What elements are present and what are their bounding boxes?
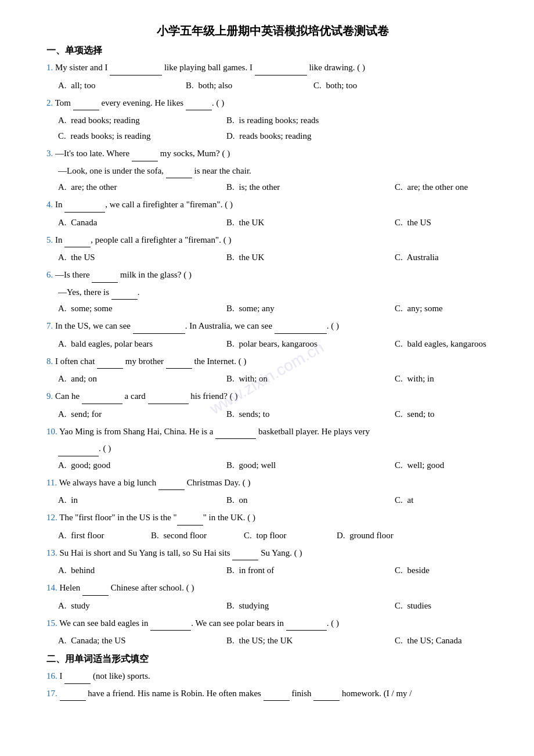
options-7: A. bald eagles, polar bears B. polar bea… (58, 336, 499, 352)
question-7: 7. In the US, we can see . In Australia,… (46, 319, 499, 334)
question-12: 12. The "first floor" in the US is the "… (46, 510, 499, 525)
question-1: 1. My sister and I like playing ball gam… (46, 60, 499, 75)
options-2: A. read books; reading B. is reading boo… (58, 113, 499, 144)
options-14: A. study B. studying C. studies (58, 598, 499, 614)
question-3: 3. —It's too late. Where my socks, Mum? … (46, 146, 499, 161)
question-15: 15. We can see bald eagles in . We can s… (46, 616, 499, 631)
question-16: 16. I (not like) sports. (46, 669, 499, 684)
page-title: 小学五年级上册期中英语模拟培优试卷测试卷 (46, 23, 499, 39)
question-2: 2. Tom every evening. He likes . ( ) (46, 96, 499, 111)
options-10: A. good; good B. good; well C. well; goo… (58, 458, 499, 473)
options-15: A. Canada; the US B. the US; the UK C. t… (58, 633, 499, 649)
question-3-sub: —Look, one is under the sofa, is near th… (58, 164, 499, 179)
options-8: A. and; on B. with; on C. with; in (58, 371, 499, 387)
options-12: A. first floor B. second floor C. top fl… (58, 528, 499, 543)
options-9: A. send; for B. sends; to C. send; to (58, 406, 499, 422)
section2-title: 二、用单词适当形式填空 (46, 653, 499, 665)
question-6: 6. —Is there milk in the glass? ( ) (46, 268, 499, 283)
options-4: A. Canada B. the UK C. the US (58, 215, 499, 231)
question-10-sub: . ( ) (58, 441, 499, 456)
question-8: 8. I often chat my brother the Internet.… (46, 354, 499, 369)
question-14: 14. Helen Chinese after school. ( ) (46, 581, 499, 596)
options-6: A. some; some B. some; any C. any; some (58, 301, 499, 316)
options-11: A. in B. on C. at (58, 492, 499, 508)
question-4: 4. In , we call a firefighter a "fireman… (46, 197, 499, 213)
section1-title: 一、单项选择 (46, 45, 499, 57)
question-6-sub: —Yes, there is . (58, 285, 499, 300)
options-3: A. are; the other B. is; the other C. ar… (58, 179, 499, 195)
options-1: A. all; too B. both; also C. both; too (58, 78, 499, 93)
options-13: A. behind B. in front of C. beside (58, 563, 499, 578)
options-5: A. the US B. the UK C. Australia (58, 250, 499, 265)
question-13: 13. Su Hai is short and Su Yang is tall,… (46, 546, 499, 561)
question-10: 10. Yao Ming is from Shang Hai, China. H… (46, 424, 499, 440)
question-17: 17. have a friend. His name is Robin. He… (46, 686, 499, 701)
question-11: 11. We always have a big lunch Christmas… (46, 476, 499, 491)
question-5: 5. In , people call a firefighter a "fir… (46, 233, 499, 248)
question-9: 9. Can he a card his friend? ( ) (46, 389, 499, 404)
